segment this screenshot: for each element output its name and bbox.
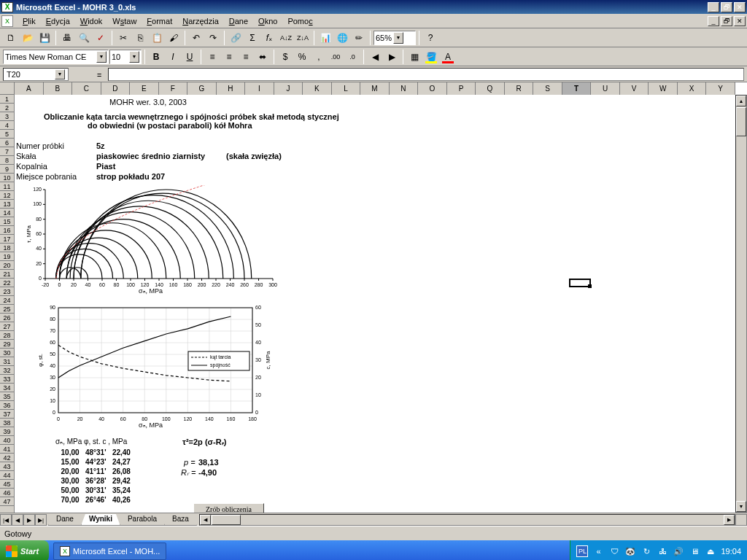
row-header-47[interactable]: 47 — [0, 497, 14, 506]
print-icon[interactable]: 🖶 — [59, 30, 75, 46]
row-header-37[interactable]: 37 — [0, 410, 14, 419]
row-header-28[interactable]: 28 — [0, 331, 14, 340]
open-icon[interactable]: 📂 — [20, 30, 36, 46]
menu-plik[interactable]: Plik — [18, 15, 41, 27]
help-icon[interactable]: ? — [422, 30, 438, 46]
menu-edycja[interactable]: Edycja — [41, 15, 75, 27]
row-header-23[interactable]: 23 — [0, 287, 14, 296]
row-header-31[interactable]: 31 — [0, 357, 14, 366]
col-header-T[interactable]: T — [562, 82, 592, 95]
menu-pomoc[interactable]: Pomoc — [282, 15, 317, 27]
borders-icon[interactable]: ▦ — [406, 49, 422, 65]
tray-chevron-icon[interactable]: « — [592, 545, 604, 557]
increase-indent-icon[interactable]: ▶ — [384, 49, 400, 65]
row-header-34[interactable]: 34 — [0, 384, 14, 392]
col-header-R[interactable]: R — [505, 82, 534, 95]
col-header-B[interactable]: B — [44, 82, 73, 95]
row-header-36[interactable]: 36 — [0, 401, 14, 410]
align-center-icon[interactable]: ≡ — [221, 49, 237, 65]
row-header-9[interactable]: 9 — [0, 165, 14, 174]
col-header-N[interactable]: N — [390, 82, 419, 95]
tray-network-icon[interactable]: 🖧 — [657, 545, 668, 557]
italic-icon[interactable]: I — [165, 49, 181, 65]
row-header-38[interactable]: 38 — [0, 419, 14, 427]
row-header-21[interactable]: 21 — [0, 270, 14, 279]
col-header-V[interactable]: V — [620, 82, 649, 95]
row-header-45[interactable]: 45 — [0, 480, 14, 489]
row-header-18[interactable]: 18 — [0, 244, 14, 252]
row-header-12[interactable]: 12 — [0, 191, 14, 200]
currency-icon[interactable]: $ — [277, 49, 293, 65]
increase-decimal-icon[interactable]: .00 — [328, 49, 344, 65]
row-header-41[interactable]: 41 — [0, 445, 14, 454]
sheet-tab-wyniki[interactable]: Wyniki — [81, 514, 120, 526]
undo-icon[interactable]: ↶ — [188, 30, 204, 46]
row-header-24[interactable]: 24 — [0, 296, 14, 305]
row-header-16[interactable]: 16 — [0, 226, 14, 235]
drawing-icon[interactable]: ✏ — [351, 30, 367, 46]
row-header-29[interactable]: 29 — [0, 340, 14, 349]
sheet-tab-baza[interactable]: Baza — [164, 514, 197, 526]
save-icon[interactable]: 💾 — [36, 30, 53, 46]
col-header-C[interactable]: C — [72, 82, 101, 95]
tray-volume-icon[interactable]: 🔊 — [673, 545, 684, 557]
close-button[interactable]: ✕ — [734, 2, 746, 12]
hyperlink-icon[interactable]: 🔗 — [228, 30, 244, 46]
col-header-D[interactable]: D — [101, 82, 131, 95]
col-header-H[interactable]: H — [217, 82, 246, 95]
row-header-5[interactable]: 5 — [0, 130, 14, 139]
spellcheck-icon[interactable]: ✓ — [93, 30, 109, 46]
function-icon[interactable]: fₓ — [261, 30, 277, 46]
sort-asc-icon[interactable]: A↓Z — [278, 30, 294, 46]
col-header-K[interactable]: K — [303, 82, 332, 95]
row-header-25[interactable]: 25 — [0, 305, 14, 314]
row-header-11[interactable]: 11 — [0, 182, 14, 191]
col-header-A[interactable]: A — [15, 82, 44, 95]
row-header-26[interactable]: 26 — [0, 314, 14, 322]
percent-icon[interactable]: % — [294, 49, 310, 65]
menu-dane[interactable]: Dane — [224, 15, 253, 27]
row-header-22[interactable]: 22 — [0, 279, 14, 287]
col-header-F[interactable]: F — [159, 82, 188, 95]
row-header-6[interactable]: 6 — [0, 139, 14, 147]
align-left-icon[interactable]: ≡ — [204, 49, 220, 65]
align-right-icon[interactable]: ≡ — [238, 49, 254, 65]
col-header-I[interactable]: I — [245, 82, 274, 95]
menu-format[interactable]: Format — [142, 15, 177, 27]
font-color-icon[interactable]: A — [440, 49, 456, 65]
row-header-14[interactable]: 14 — [0, 209, 14, 217]
row-header-39[interactable]: 39 — [0, 427, 14, 436]
tab-last-icon[interactable]: ▶| — [35, 514, 47, 526]
map-icon[interactable]: 🌐 — [334, 30, 350, 46]
col-header-Q[interactable]: Q — [476, 82, 505, 95]
row-header-43[interactable]: 43 — [0, 462, 14, 471]
font-size-combo[interactable]: 10▼ — [109, 50, 142, 64]
col-header-M[interactable]: M — [360, 82, 390, 95]
chart-icon[interactable]: 📊 — [317, 30, 333, 46]
row-header-27[interactable]: 27 — [0, 322, 14, 331]
col-header-G[interactable]: G — [187, 82, 217, 95]
col-header-Y[interactable]: Y — [706, 82, 735, 95]
row-header-1[interactable]: 1 — [0, 95, 14, 104]
row-header-7[interactable]: 7 — [0, 147, 14, 156]
col-header-E[interactable]: E — [130, 82, 159, 95]
decrease-decimal-icon[interactable]: .0 — [344, 49, 360, 65]
zoom-combo[interactable]: 65%▼ — [374, 31, 416, 45]
vertical-scrollbar[interactable]: ▲ ▼ — [735, 95, 747, 513]
tab-nav[interactable]: |◀ ◀ ▶ ▶| — [0, 514, 47, 526]
row-header-2[interactable]: 2 — [0, 104, 14, 112]
menu-wstaw[interactable]: Wstaw — [107, 15, 142, 27]
decrease-indent-icon[interactable]: ◀ — [367, 49, 383, 65]
formula-input[interactable] — [108, 68, 744, 81]
col-header-O[interactable]: O — [418, 82, 447, 95]
new-icon[interactable]: 🗋 — [3, 30, 19, 46]
redo-icon[interactable]: ↷ — [205, 30, 221, 46]
row-header-4[interactable]: 4 — [0, 121, 14, 130]
tray-shield-icon[interactable]: 🛡 — [608, 545, 620, 557]
format-painter-icon[interactable]: 🖌 — [166, 30, 182, 46]
col-header-X[interactable]: X — [678, 82, 707, 95]
doc-close-button[interactable]: ✕ — [734, 16, 746, 26]
row-header-17[interactable]: 17 — [0, 235, 14, 244]
preview-icon[interactable]: 🔍 — [76, 30, 92, 46]
row-header-13[interactable]: 13 — [0, 200, 14, 209]
